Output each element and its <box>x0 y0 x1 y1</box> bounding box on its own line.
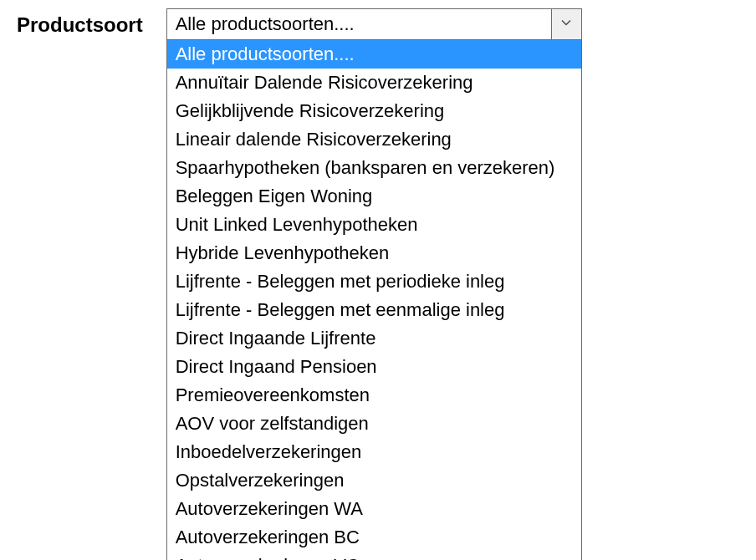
dropdown-option[interactable]: Lijfrente - Beleggen met periodieke inle… <box>167 267 581 296</box>
dropdown-option[interactable]: AOV voor zelfstandigen <box>167 410 581 438</box>
dropdown-option[interactable]: Lijfrente - Beleggen met eenmalige inleg <box>167 296 581 324</box>
select-display[interactable]: Alle productsoorten.... <box>166 8 582 40</box>
dropdown-option[interactable]: Autoverzekeringen BC <box>167 523 581 552</box>
select-current-value: Alle productsoorten.... <box>167 9 551 39</box>
dropdown-option[interactable]: Unit Linked Levenhypotheken <box>167 211 581 239</box>
dropdown-option[interactable]: Premieovereenkomsten <box>167 381 581 410</box>
dropdown-option[interactable]: Alle productsoorten.... <box>167 40 581 69</box>
dropdown-list: Alle productsoorten....Annuïtair Dalende… <box>166 40 582 560</box>
form-row: Productsoort Alle productsoorten.... All… <box>17 8 739 560</box>
dropdown-option[interactable]: Annuïtair Dalende Risicoverzekering <box>167 69 581 97</box>
dropdown-option[interactable]: Lineair dalende Risicoverzekering <box>167 125 581 154</box>
dropdown-option[interactable]: Opstalverzekeringen <box>167 466 581 495</box>
chevron-down-icon <box>560 17 572 32</box>
dropdown-option[interactable]: Direct Ingaand Pensioen <box>167 353 581 381</box>
dropdown-option[interactable]: Beleggen Eigen Woning <box>167 182 581 211</box>
dropdown-option[interactable]: Direct Ingaande Lijfrente <box>167 324 581 353</box>
dropdown-option[interactable]: Hybride Levenhypotheken <box>167 239 581 267</box>
dropdown-option[interactable]: Autoverzekeringen VC <box>167 552 581 560</box>
dropdown-option[interactable]: Inboedelverzekeringen <box>167 438 581 466</box>
dropdown-option[interactable]: Autoverzekeringen WA <box>167 495 581 523</box>
dropdown-option[interactable]: Spaarhypotheken (banksparen en verzekere… <box>167 154 581 182</box>
dropdown-option[interactable]: Gelijkblijvende Risicoverzekering <box>167 97 581 125</box>
productsoort-select: Alle productsoorten.... Alle productsoor… <box>166 8 582 560</box>
select-arrow-button[interactable] <box>551 9 581 39</box>
productsoort-label: Productsoort <box>17 8 143 37</box>
